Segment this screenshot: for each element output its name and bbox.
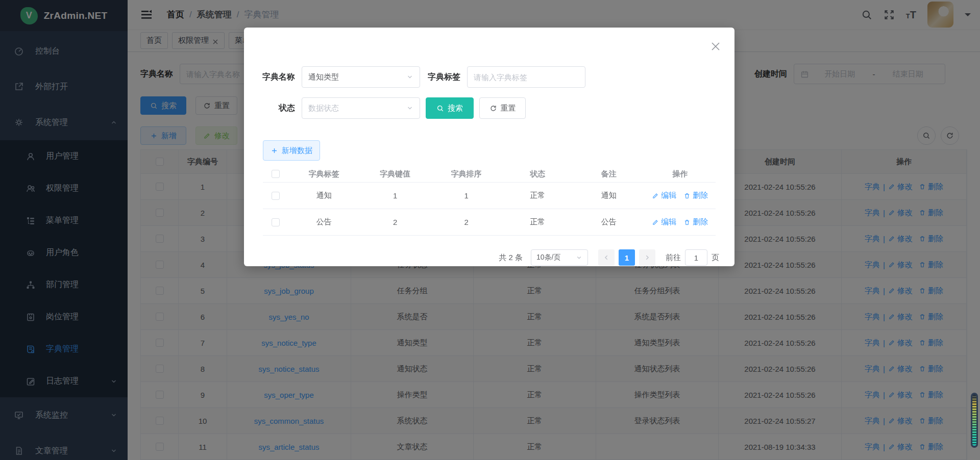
dialog-filter-form: 字典名称 通知类型 字典标签 状态 数据状态 搜索 (244, 28, 734, 119)
row-edit-link[interactable]: 编辑 (652, 217, 676, 227)
goto-unit: 页 (712, 253, 719, 263)
row-delete-link[interactable]: 删除 (683, 191, 708, 200)
cell-status: 正常 (502, 191, 574, 200)
row-delete-link[interactable]: 删除 (683, 217, 708, 227)
dict-tag-input[interactable] (467, 66, 585, 88)
form-row: 字典名称 通知类型 字典标签 (256, 66, 734, 88)
dialog-search-button[interactable]: 搜索 (426, 97, 474, 119)
select-all-checkbox[interactable] (272, 170, 280, 178)
table-row: 公告 2 2 正常 公告 编辑 删除 (263, 209, 716, 236)
goto-page-input[interactable] (685, 249, 707, 266)
select-all-cell (263, 170, 288, 178)
chevron-right-icon (644, 254, 651, 261)
page-size-select[interactable]: 10条/页 (531, 249, 588, 266)
status-select-placeholder: 数据状态 (308, 104, 339, 113)
chevron-down-icon (406, 73, 413, 81)
header-remark: 备注 (573, 169, 645, 179)
trash-icon (683, 192, 691, 199)
cell-remark: 通知 (573, 191, 645, 200)
row-select-cell (263, 218, 288, 226)
page-scrollbar[interactable] (971, 393, 978, 448)
header-dict-label: 字典标签 (288, 169, 360, 179)
dialog-reset-button[interactable]: 重置 (479, 97, 526, 119)
search-icon (436, 105, 444, 112)
dialog-reset-label: 重置 (501, 104, 516, 113)
dict-tag-label: 字典标签 (422, 72, 460, 83)
chevron-down-icon (576, 254, 582, 261)
cell-dict-sort: 1 (431, 191, 502, 200)
close-icon[interactable] (711, 42, 720, 51)
refresh-icon (489, 105, 497, 112)
row-select-cell (263, 192, 288, 200)
row-edit-link[interactable]: 编辑 (652, 191, 676, 200)
add-data-button-label: 新增数据 (282, 146, 312, 156)
header-operations: 操作 (645, 169, 716, 179)
header-dict-value: 字典键值 (360, 169, 431, 179)
prev-page-button[interactable] (598, 249, 615, 266)
goto-label: 前往 (666, 253, 681, 263)
status-select[interactable]: 数据状态 (302, 97, 420, 119)
cell-operations: 编辑 删除 (645, 217, 716, 227)
table-row: 通知 1 1 正常 通知 编辑 删除 (263, 183, 716, 209)
dict-data-table: 字典标签 字典键值 字典排序 状态 备注 操作 通知 1 1 正常 通知 编辑 … (263, 166, 716, 236)
next-page-button[interactable] (639, 249, 655, 266)
cell-operations: 编辑 删除 (645, 191, 716, 200)
dict-name-label: 字典名称 (256, 72, 295, 83)
chevron-left-icon (603, 254, 610, 261)
cell-dict-label: 通知 (288, 191, 360, 200)
dialog-search-label: 搜索 (448, 104, 463, 113)
page-number-button[interactable]: 1 (619, 249, 635, 266)
pagination-total: 共 2 条 (499, 253, 523, 263)
cell-dict-value: 1 (360, 191, 431, 200)
row-checkbox[interactable] (272, 192, 280, 200)
add-data-button[interactable]: 新增数据 (263, 140, 320, 161)
dict-name-select[interactable]: 通知类型 (302, 66, 420, 88)
row-checkbox[interactable] (272, 218, 280, 226)
dict-name-select-value: 通知类型 (308, 72, 339, 82)
form-row: 状态 数据状态 搜索 重置 (256, 97, 734, 119)
cell-status: 正常 (502, 217, 574, 227)
status-label: 状态 (256, 103, 295, 114)
chevron-down-icon (406, 105, 413, 112)
cell-remark: 公告 (573, 217, 645, 227)
cell-dict-sort: 2 (431, 218, 502, 226)
cell-dict-label: 公告 (288, 217, 360, 227)
dict-data-dialog: 字典名称 通知类型 字典标签 状态 数据状态 搜索 (244, 28, 734, 266)
plus-icon (271, 147, 278, 155)
header-dict-sort: 字典排序 (431, 169, 502, 179)
page-size-value: 10条/页 (536, 253, 560, 262)
trash-icon (683, 219, 691, 226)
dialog-table-header: 字典标签 字典键值 字典排序 状态 备注 操作 (263, 166, 716, 183)
pencil-icon (652, 219, 659, 226)
cell-dict-value: 2 (360, 218, 431, 226)
dialog-table-body: 通知 1 1 正常 通知 编辑 删除 公告 2 2 正常 (263, 183, 716, 236)
pencil-icon (652, 192, 659, 199)
pagination: 共 2 条 10条/页 1 前往 页 (244, 249, 734, 266)
header-status: 状态 (502, 169, 574, 179)
